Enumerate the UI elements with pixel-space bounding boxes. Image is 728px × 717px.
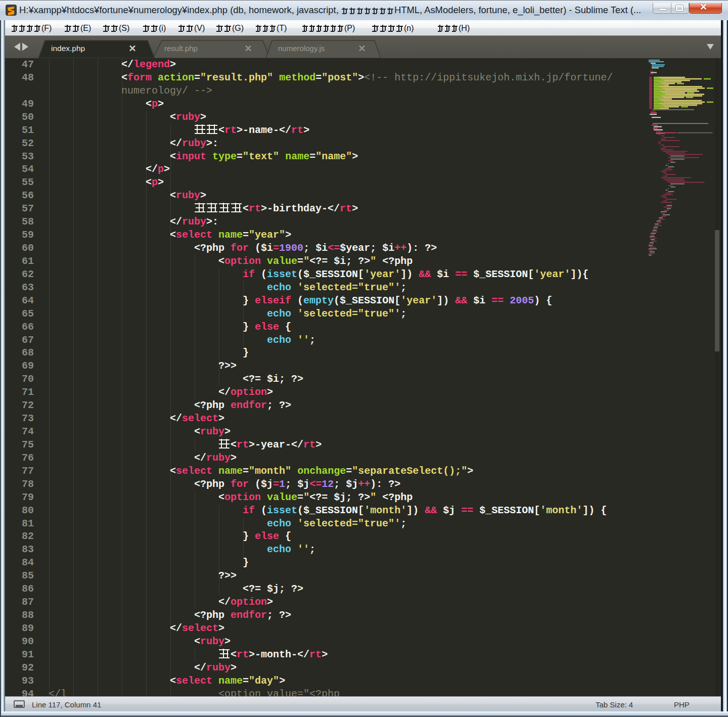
svg-text:result.php: result.php xyxy=(164,44,198,53)
svg-text:numerology.js: numerology.js xyxy=(278,44,325,53)
svg-text:index.php: index.php xyxy=(51,44,85,53)
